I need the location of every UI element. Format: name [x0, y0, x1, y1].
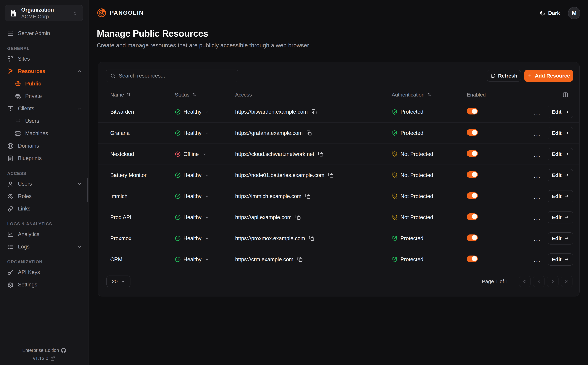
sidebar-item-analytics[interactable]: Analytics [0, 228, 88, 240]
status-label: Healthy [183, 193, 202, 199]
resource-name: Bitwarden [110, 109, 175, 115]
version-link[interactable]: v1.13.0 [33, 356, 55, 361]
sidebar-item-roles[interactable]: Roles [0, 190, 88, 203]
table-row: ProxmoxHealthyhttps://proxmox.example.co… [98, 228, 579, 249]
row-menu-button[interactable]: … [533, 216, 541, 219]
status-dropdown[interactable]: Healthy [175, 130, 235, 136]
last-page-button[interactable] [561, 276, 573, 287]
edit-button[interactable]: Edit [548, 232, 573, 245]
sidebar-nav: Server AdminGENERALSitesResourcesPublicP… [0, 27, 88, 291]
enabled-toggle[interactable] [467, 108, 478, 114]
page-size-select[interactable]: 20 [106, 276, 130, 287]
column-header-status[interactable]: Status [175, 92, 235, 98]
status-dropdown[interactable]: Healthy [175, 214, 235, 220]
sidebar-item-label: Analytics [18, 231, 39, 237]
edit-label: Edit [552, 257, 562, 262]
column-header-name[interactable]: Name [110, 92, 175, 98]
gear-icon [7, 282, 14, 288]
circle-check-icon [175, 214, 181, 220]
plus-icon [527, 73, 533, 78]
enabled-toggle[interactable] [467, 150, 478, 157]
edition-link[interactable]: Enterprise Edition [22, 348, 66, 353]
sidebar-item-server-admin[interactable]: Server Admin [0, 27, 88, 40]
sidebar-subitem-machines[interactable]: Machines [8, 127, 88, 140]
sidebar-subitem-users[interactable]: Users [8, 115, 88, 127]
row-menu-button[interactable]: … [533, 110, 541, 114]
row-menu-button[interactable]: … [533, 152, 541, 156]
status-dropdown[interactable]: Offline [175, 151, 235, 157]
sidebar-item-sites[interactable]: Sites [0, 53, 88, 65]
table-row: CRMHealthyhttps://crm.example.comProtect… [98, 249, 579, 270]
search-input[interactable] [119, 73, 234, 79]
copy-url-button[interactable] [295, 215, 301, 220]
enabled-toggle[interactable] [467, 192, 478, 199]
row-menu-button[interactable]: … [533, 194, 541, 198]
first-page-button[interactable] [519, 276, 531, 287]
status-dropdown[interactable]: Healthy [175, 109, 235, 115]
edit-button[interactable]: Edit [548, 148, 573, 160]
circle-check-icon [175, 172, 181, 178]
arrow-right-icon [564, 109, 569, 114]
table-body: BitwardenHealthyhttps://bitwarden.exampl… [98, 101, 579, 270]
table-row: Battery MonitorHealthyhttps://node01.bat… [98, 165, 579, 186]
edit-button[interactable]: Edit [548, 169, 573, 181]
edit-button[interactable]: Edit [548, 253, 573, 266]
row-menu-button[interactable]: … [533, 173, 541, 177]
row-menu-button[interactable]: … [533, 258, 541, 261]
edit-button[interactable]: Edit [548, 106, 573, 118]
copy-url-button[interactable] [311, 109, 317, 115]
shield-off-icon [392, 214, 398, 220]
edit-button[interactable]: Edit [548, 211, 573, 224]
copy-url-button[interactable] [309, 236, 314, 241]
sidebar-item-api-keys[interactable]: API Keys [0, 266, 88, 279]
copy-url-button[interactable] [318, 151, 323, 157]
refresh-icon [491, 73, 496, 78]
enabled-toggle[interactable] [467, 129, 478, 136]
prev-page-button[interactable] [533, 276, 545, 287]
copy-url-button[interactable] [328, 173, 334, 178]
row-menu-button[interactable]: … [533, 237, 541, 240]
sidebar-subitem-public[interactable]: Public [8, 77, 88, 90]
enabled-toggle[interactable] [467, 234, 478, 241]
users-icon [7, 193, 14, 200]
org-selector[interactable]: Organization ACME Corp. [5, 5, 83, 21]
copy-url-button[interactable] [297, 257, 303, 262]
shield-check-icon [392, 235, 398, 241]
avatar[interactable]: M [568, 7, 581, 19]
columns-toggle-icon[interactable] [562, 92, 568, 98]
sidebar-item-blueprints[interactable]: Blueprints [0, 152, 88, 165]
sidebar-subitem-label: Machines [25, 130, 48, 137]
sidebar-item-clients[interactable]: Clients [0, 102, 88, 115]
sidebar-subitem-private[interactable]: Private [8, 90, 88, 102]
next-page-button[interactable] [547, 276, 559, 287]
copy-url-button[interactable] [307, 130, 312, 136]
enabled-toggle[interactable] [467, 213, 478, 220]
resource-name: Immich [110, 193, 175, 199]
sidebar-item-label: Clients [18, 105, 34, 112]
column-header-authentication[interactable]: Authentication [392, 92, 467, 98]
pagination: 20 Page 1 of 1 [106, 276, 573, 287]
sidebar-item-settings[interactable]: Settings [0, 279, 88, 291]
row-menu-button[interactable]: … [533, 131, 541, 135]
sidebar-item-resources[interactable]: Resources [0, 65, 88, 77]
status-dropdown[interactable]: Healthy [175, 193, 235, 199]
sidebar-item-links[interactable]: Links [0, 203, 88, 215]
theme-toggle-button[interactable]: Dark [540, 10, 560, 16]
status-dropdown[interactable]: Healthy [175, 235, 235, 242]
enabled-toggle[interactable] [467, 256, 478, 262]
sort-icon [192, 92, 196, 97]
sidebar-item-logs[interactable]: Logs [0, 240, 88, 253]
sidebar-item-users[interactable]: Users [0, 178, 88, 190]
enabled-toggle[interactable] [467, 171, 478, 178]
sidebar-scrollbar[interactable] [87, 178, 88, 202]
status-dropdown[interactable]: Healthy [175, 256, 235, 263]
edit-button[interactable]: Edit [548, 190, 573, 202]
edit-button[interactable]: Edit [548, 127, 573, 139]
external-link-icon [50, 356, 55, 361]
status-dropdown[interactable]: Healthy [175, 172, 235, 178]
add-resource-button[interactable]: Add Resource [524, 70, 573, 82]
refresh-button[interactable]: Refresh [487, 70, 521, 82]
resource-url: https://node01.batteries.example.com [235, 172, 324, 178]
sidebar-item-domains[interactable]: Domains [0, 140, 88, 152]
copy-url-button[interactable] [305, 194, 311, 199]
